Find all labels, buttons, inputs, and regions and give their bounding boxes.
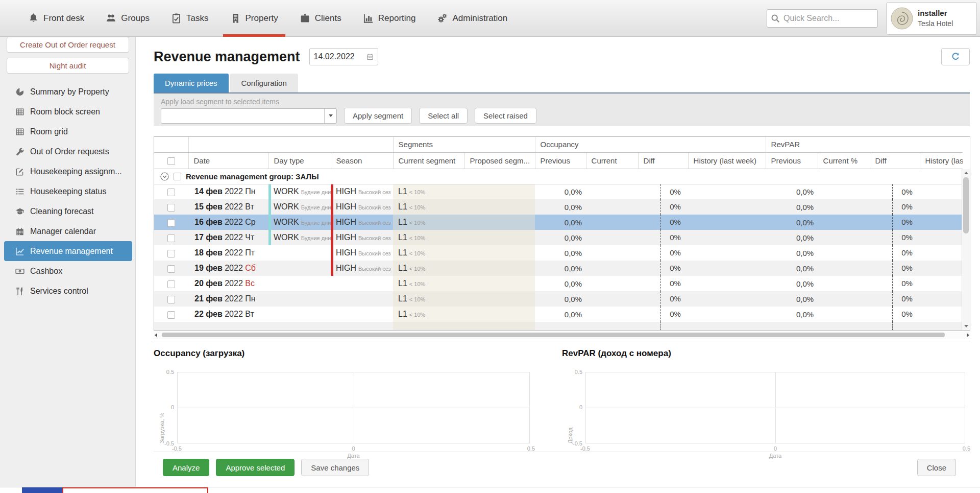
proposed-segment-cell <box>464 276 535 291</box>
bar-chart-icon <box>363 13 374 24</box>
close-button[interactable]: Close <box>917 459 956 476</box>
occupancy-previous-cell: 0,0% <box>535 276 586 291</box>
day-type-cell: WORKБудние дни <box>268 230 331 245</box>
sidebar-item[interactable]: Revenue management <box>4 241 132 261</box>
tab-dynamic-prices[interactable]: Dynamic prices <box>154 74 229 92</box>
revpar-previous-cell: 0,0% <box>766 215 818 230</box>
nav-item-label: Groups <box>121 13 150 24</box>
quick-search <box>767 9 878 28</box>
nav-item[interactable]: Groups <box>95 0 160 37</box>
proposed-segment-cell <box>464 245 535 261</box>
nav-item[interactable]: Property <box>219 0 289 37</box>
occupancy-diff-cell: 0% <box>638 276 688 291</box>
user-menu[interactable]: installer Tesla Hotel <box>886 2 977 35</box>
refresh-button[interactable] <box>941 48 970 65</box>
sidebar-action-button[interactable]: Create Out of Order request <box>7 37 129 53</box>
select-all-checkbox[interactable] <box>167 157 175 165</box>
group-row[interactable]: Revenue management group: ЗАЛЫ <box>154 169 963 184</box>
row-checkbox[interactable] <box>167 189 175 196</box>
nav-item[interactable]: Administration <box>426 0 518 37</box>
utensils-icon <box>15 287 24 296</box>
group-header-revpar: RevPAR <box>766 137 963 152</box>
table-row[interactable]: 21 фев 2022 Пн L1< 10% 0,0% 0% 0,0% 0% <box>154 291 963 307</box>
row-checkbox[interactable] <box>167 234 175 242</box>
row-checkbox[interactable] <box>167 296 175 303</box>
approve-selected-button[interactable]: Approve selected <box>216 459 295 476</box>
sidebar-item-label: Room grid <box>30 127 68 136</box>
group-checkbox[interactable] <box>174 173 181 180</box>
nav-item[interactable]: Front desk <box>17 0 95 37</box>
date-cell: 17 фев 2022 Чт <box>188 230 268 245</box>
tab-strip: Dynamic prices Configuration <box>154 74 970 93</box>
proposed-segment-cell <box>464 184 535 199</box>
wrench-icon <box>15 147 24 156</box>
sidebar-item[interactable]: Summary by Property <box>4 82 132 102</box>
taskbar-item-outlined[interactable] <box>62 487 208 493</box>
season-cell: HIGHВысокий сез <box>331 215 393 230</box>
col-date: Date <box>188 152 268 169</box>
apply-segment-button[interactable]: Apply segment <box>344 108 412 124</box>
select-raised-button[interactable]: Select raised <box>475 108 536 124</box>
current-segment-cell: L1< 10% <box>393 184 464 199</box>
date-picker[interactable]: 14.02.2022 <box>309 48 378 65</box>
select-all-button[interactable]: Select all <box>419 108 468 124</box>
col-occ-previous: Previous <box>535 152 586 169</box>
group-row-label: Revenue management group: ЗАЛЫ <box>186 172 319 181</box>
tab-configuration[interactable]: Configuration <box>230 74 298 92</box>
day-type-cell <box>268 261 331 276</box>
sidebar-item[interactable]: Housekeeping status <box>4 181 132 201</box>
proposed-segment-cell <box>464 261 535 276</box>
nav-item[interactable]: Reporting <box>352 0 427 37</box>
sidebar-item[interactable]: Manager calendar <box>4 221 132 241</box>
revpar-diff-cell: 0% <box>870 276 920 291</box>
analyze-button[interactable]: Analyze <box>163 459 209 476</box>
table-row[interactable]: 17 фев 2022 Чт WORKБудние дни HIGHВысоки… <box>154 230 963 245</box>
col-rev-history: History (last week) <box>920 152 963 169</box>
occupancy-chart: Occupancy (загрузка) Загрузка, % 0.5 0 -… <box>154 348 562 443</box>
revpar-plot-area <box>585 372 965 443</box>
table-row[interactable]: 15 фев 2022 Вт WORKБудние дни HIGHВысоки… <box>154 199 963 215</box>
collapse-group-icon[interactable] <box>160 172 169 181</box>
sidebar-action-button[interactable]: Night audit <box>7 58 129 74</box>
sidebar-item[interactable]: 0 Cashbox <box>4 261 132 281</box>
nav-item[interactable]: Clients <box>289 0 352 37</box>
sidebar-item[interactable]: Room block screen <box>4 102 132 122</box>
taskbar-item-blue[interactable] <box>22 487 62 493</box>
row-checkbox[interactable] <box>167 250 175 257</box>
current-segment-cell: L1< 10% <box>393 291 464 307</box>
row-checkbox[interactable] <box>167 265 175 273</box>
nav-item-label: Administration <box>452 13 507 24</box>
search-input[interactable] <box>767 9 878 28</box>
nav-item-label: Front desk <box>43 13 84 24</box>
table-row[interactable]: 14 фев 2022 Пн WORKБудние дни HIGHВысоки… <box>154 184 963 199</box>
table-row[interactable]: 16 фев 2022 Ср WORKБудние дни HIGHВысоки… <box>154 215 963 230</box>
vertical-scrollbar[interactable] <box>962 169 970 330</box>
occupancy-diff-cell: 0% <box>638 215 688 230</box>
row-checkbox[interactable] <box>167 311 175 319</box>
sidebar-item[interactable]: Out of Order requests <box>4 142 132 161</box>
table-row[interactable]: 19 фев 2022 Сб HIGHВысокий сез L1< 10% 0… <box>154 261 963 276</box>
taskbar-strip <box>0 487 980 493</box>
revpar-previous-cell: 0,0% <box>766 276 818 291</box>
segment-dropdown[interactable] <box>161 108 337 124</box>
table-row[interactable]: 20 фев 2022 Вс L1< 10% 0,0% 0% 0,0% 0% <box>154 276 963 291</box>
sidebar-item[interactable]: Room grid <box>4 122 132 142</box>
horizontal-scrollbar[interactable] <box>154 332 970 339</box>
calendar-icon <box>15 227 24 236</box>
table-row[interactable]: 22 фев 2022 Вт L1< 10% 0,0% 0% 0,0% 0% <box>154 307 963 322</box>
table-row[interactable]: 18 фев 2022 Пт HIGHВысокий сез L1< 10% 0… <box>154 245 963 261</box>
sidebar-item-label: Housekeeping assignm... <box>30 167 122 176</box>
nav-item[interactable]: Tasks <box>160 0 219 37</box>
sidebar-item[interactable]: Housekeeping assignm... <box>4 161 132 181</box>
save-changes-button[interactable]: Save changes <box>301 459 369 476</box>
col-season: Season <box>331 152 393 169</box>
sidebar-item[interactable]: Cleaning forecast <box>4 201 132 221</box>
sidebar-item[interactable]: Services control <box>4 281 132 301</box>
season-cell: HIGHВысокий сез <box>331 245 393 261</box>
row-checkbox[interactable] <box>167 280 175 288</box>
row-checkbox[interactable] <box>167 219 175 227</box>
occupancy-previous-cell: 0,0% <box>535 261 586 276</box>
sidebar-item-label: Cleaning forecast <box>30 207 94 216</box>
occupancy-diff-cell: 0% <box>638 307 688 322</box>
row-checkbox[interactable] <box>167 204 175 212</box>
